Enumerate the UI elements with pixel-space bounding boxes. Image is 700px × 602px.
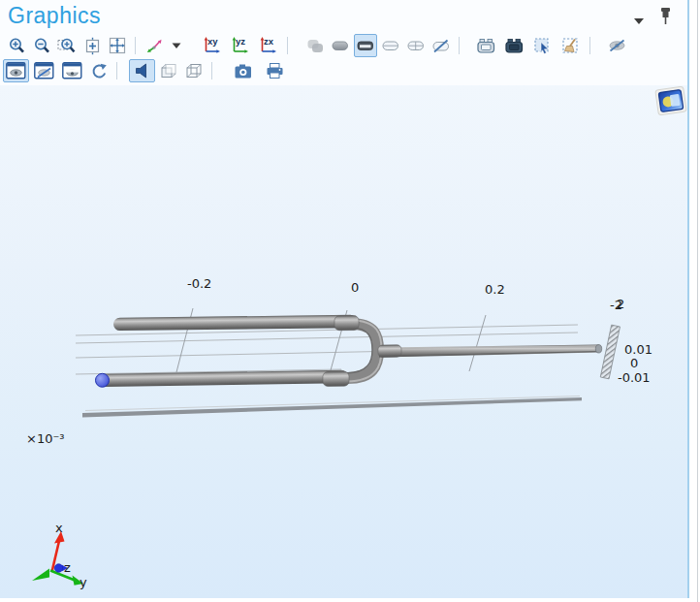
triad-x-label: x [55,521,63,535]
window-edge-line [697,0,698,602]
model-thumbnail-button[interactable] [655,86,686,115]
triad-z-label: z [64,560,71,575]
handle-end-cap [595,345,601,353]
graphics-panel: Graphics [0,0,687,598]
z-tick-label: 0.01 [624,342,652,357]
fork-bottom-collar [323,371,349,386]
x-axis-line [82,396,582,418]
selected-point-highlight[interactable] [96,373,110,387]
fork-top-collar [334,315,359,330]
panel-right-border [687,0,689,598]
axis-scale-label: ×10⁻³ [26,431,65,446]
triad-y-label: y [80,575,87,589]
orientation-triad [32,531,83,586]
triad-z-dot [54,564,62,572]
z-tick-label: 0 [630,356,638,370]
fork-top-prong[interactable] [113,315,357,331]
x-tick-label: -0.2 [187,276,211,291]
x-tick-label: 0.2 [485,282,505,297]
y-tick-label: -2 [610,298,622,312]
x-tick-label: 0 [351,280,359,295]
graphics-window: Graphics [0,0,700,602]
scene-3d [0,0,700,602]
handle-collar [378,345,401,358]
fork-bottom-prong[interactable] [98,370,348,387]
z-tick-label: -0.01 [618,370,651,385]
